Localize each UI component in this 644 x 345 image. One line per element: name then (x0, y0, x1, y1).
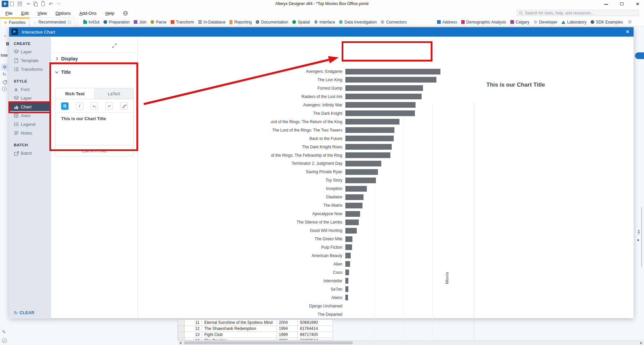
sidebar-item-template[interactable]: Template (9, 56, 51, 65)
redo-icon[interactable]: ↷ (55, 1, 61, 7)
ribbon-category-spatial[interactable]: Spatial (292, 20, 310, 24)
table-row[interactable]: 13Fight Club199966717400 (178, 332, 333, 338)
bar-the-silence-of-the-lambs (345, 219, 359, 225)
sidebar-item-legend[interactable]: Legend (9, 120, 51, 129)
save-icon[interactable] (18, 2, 22, 6)
ribbon-category-interface[interactable]: Interface (314, 20, 335, 24)
ribbon-category-documentation[interactable]: Documentation (256, 20, 288, 24)
background-scrollbar-fragment[interactable] (641, 207, 642, 267)
row-selector-cell[interactable] (178, 338, 185, 340)
edit-in-html-button[interactable]: Edit in HTML (55, 145, 133, 156)
results-grid[interactable]: 11Eternal Sunshine of the Spotless Mind2… (177, 319, 333, 340)
preparation-category-icon (103, 20, 107, 24)
interactive-chart-header[interactable]: Interactive Chart ✕ (9, 27, 634, 37)
table-row[interactable]: 12The Shawshank Redemption199461764414 (178, 326, 333, 332)
copy-icon[interactable] (34, 2, 37, 5)
tab-rich-text[interactable]: Rich Text (55, 88, 94, 99)
maximize-button[interactable] (616, 0, 628, 8)
ribbon-category-calgary[interactable]: Calgary (510, 20, 529, 24)
ribbon-category-sdk-examples[interactable]: SDK Examples (591, 20, 623, 24)
bar-label-text: The Lord of the Rings: The Fellowship of… (270, 152, 342, 158)
paste-icon[interactable] (41, 2, 45, 6)
table-row[interactable]: 14The Prestige200674283514 (178, 338, 333, 340)
horizontal-scrollbar[interactable] (178, 340, 644, 345)
sidebar-item-label: Template (21, 58, 39, 63)
row-selector-cell[interactable] (178, 332, 185, 338)
cut-icon[interactable]: ✂ (26, 1, 32, 7)
link-button[interactable] (120, 102, 128, 110)
subscript-button[interactable]: x₂ (91, 102, 98, 110)
collapse-chevron[interactable]: › (4, 33, 6, 38)
notification-dot (637, 239, 639, 241)
pin-icon[interactable] (636, 230, 642, 235)
check-circle-icon[interactable]: ✓ (2, 338, 7, 343)
ribbon-category-demographic-analysis[interactable]: Demographic Analysis (461, 20, 506, 24)
sidebar-item-layer[interactable]: Layer (9, 94, 51, 102)
sidebar-item-chart[interactable]: Chart (9, 102, 51, 111)
display-section-header[interactable]: Display (55, 56, 78, 61)
ribbon-category-join[interactable]: Join (134, 20, 146, 24)
run-refresh-icon[interactable]: ↻ (2, 71, 6, 77)
table-row[interactable]: 11Eternal Sunshine of the Spotless Mind2… (178, 320, 333, 326)
sidebar-item-axes[interactable]: Axes (9, 111, 51, 120)
ribbon-category-address[interactable]: Address (437, 20, 457, 24)
menu-addons[interactable]: Add-Ons (79, 11, 96, 16)
palette-settings-gear-icon[interactable]: ⚙ (628, 20, 632, 24)
ribbon-category-preparation[interactable]: Preparation (103, 20, 130, 24)
superscript-button[interactable]: x² (105, 102, 113, 110)
ribbon-category-transform[interactable]: Transform (171, 20, 194, 24)
globe-icon[interactable] (123, 11, 128, 16)
help-question-icon[interactable]: ? (2, 87, 7, 91)
menu-file[interactable]: File (5, 11, 12, 16)
sidebar-item-layer[interactable]: Layer (9, 47, 51, 56)
menu-edit[interactable]: Edit (21, 11, 29, 16)
bold-button[interactable]: B (61, 102, 69, 110)
app-chrome: ✂ ↶ ↷ Alteryx Designer x64 - *Top Movies… (0, 0, 644, 27)
menu-options[interactable]: Options (55, 11, 71, 16)
expand-panel-icon[interactable] (112, 43, 117, 48)
global-search[interactable] (517, 10, 639, 16)
clear-button[interactable]: ↻ CLEAR (14, 310, 34, 315)
sidebar-item-transforms[interactable]: Transforms (9, 65, 51, 73)
ribbon-tab-favorites[interactable]: ★Favorites (0, 17, 29, 27)
ribbon-category-developer[interactable]: ⚙Developer (533, 20, 557, 24)
sidebar-item-batch[interactable]: Batch (9, 149, 51, 157)
tab-latex[interactable]: LaTeX (94, 88, 134, 99)
title-section-header[interactable]: Title (55, 69, 71, 75)
row-selector-cell[interactable] (178, 320, 185, 326)
interactive-chart-close-icon[interactable]: ✕ (624, 29, 632, 35)
bar-label-text: The Silence of the Lambs (297, 219, 342, 225)
ribbon-category-parse[interactable]: Parse (151, 20, 166, 24)
ribbon-category-connectors[interactable]: Connectors (381, 20, 406, 24)
scrollbar-thumb[interactable] (184, 341, 353, 344)
new-file-icon[interactable] (10, 2, 14, 6)
sidebar-item-notes[interactable]: Notes (9, 129, 51, 137)
minimize-button[interactable] (600, 0, 612, 8)
ribbon-tab-recommended[interactable]: ☼Recommendedi (29, 17, 75, 27)
menu-help[interactable]: Help (105, 11, 114, 16)
ribbon-category-in-out[interactable]: In/Out (83, 20, 100, 24)
undo-icon[interactable]: ↶ (48, 1, 54, 7)
menu-view[interactable]: View (37, 11, 47, 16)
title-text-input[interactable]: This is our Chart Title (55, 113, 133, 145)
ribbon-category-data-investigation[interactable]: Data Investigation (339, 20, 377, 24)
pencil-annotation-icon[interactable]: ✎ (2, 329, 6, 335)
scroll-right-icon[interactable] (640, 342, 642, 344)
scroll-left-icon[interactable] (179, 342, 181, 344)
ribbon-category-reporting[interactable]: Reporting (229, 20, 252, 24)
bar-label: Coco (270, 269, 344, 276)
row-selector-cell[interactable] (178, 326, 185, 332)
tag-icon[interactable] (2, 80, 7, 85)
ribbon-category-in-database[interactable]: In-Database (198, 20, 225, 24)
search-input[interactable] (525, 11, 637, 15)
ribbon-category-laboratory[interactable]: Laboratory (561, 20, 586, 24)
sidebar-item-font[interactable]: AFont (9, 85, 51, 94)
close-button[interactable]: ✕ (632, 0, 643, 8)
italic-button[interactable]: I (76, 102, 83, 110)
display-label: Display (61, 56, 78, 61)
hidden-panel-label-b: B (6, 41, 9, 46)
translist-icon (14, 67, 19, 72)
config-gear-icon[interactable]: ⚙ (1, 63, 8, 70)
chart-config-panel: Display Title Rich Text LaTeX BIx₂x² Thi… (51, 37, 138, 318)
docked-panel-tab-fragment[interactable] (635, 52, 644, 59)
